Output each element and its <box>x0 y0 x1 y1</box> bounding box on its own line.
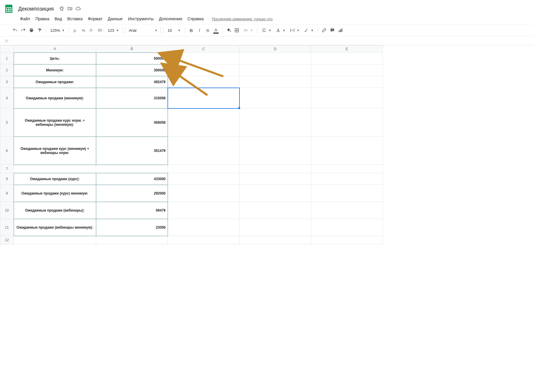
cell-a11[interactable]: Ожидаемые продажи (вебинары минимум): <box>14 219 96 236</box>
cell-e2[interactable] <box>311 64 383 76</box>
merge-button[interactable]: ▼ <box>241 26 255 34</box>
cell-c2[interactable] <box>168 64 239 76</box>
menu-format[interactable]: Формат <box>86 15 105 22</box>
last-edit[interactable]: Последнее изменение: только что <box>212 17 273 21</box>
font-select[interactable]: Arial▼ <box>125 26 161 34</box>
chart-button[interactable] <box>337 26 344 34</box>
cell-c6[interactable] <box>168 137 239 165</box>
cell-b4[interactable]: 315058 <box>96 88 168 108</box>
cell-b7[interactable] <box>96 165 168 173</box>
cell-b8[interactable]: 433000 <box>96 173 168 185</box>
font-size-select[interactable]: 10▼ <box>166 26 182 34</box>
bold-button[interactable]: B <box>187 26 195 34</box>
cell-e8[interactable] <box>311 173 383 185</box>
cell-e4[interactable] <box>311 88 383 108</box>
cell-a9[interactable]: Ожидаемые продажи (курс) минимум: <box>14 185 96 202</box>
cell-a12[interactable] <box>14 236 96 244</box>
cell-e3[interactable] <box>311 76 383 88</box>
cell-d9[interactable] <box>239 185 311 202</box>
select-all-corner[interactable] <box>0 46 14 53</box>
borders-button[interactable] <box>233 26 241 34</box>
cell-a4[interactable]: Ожидаемые продажи (минимум): <box>14 88 96 108</box>
cell-a7[interactable] <box>14 165 96 173</box>
cell-c5[interactable] <box>168 108 239 137</box>
cell-b10[interactable]: 59479 <box>96 202 168 219</box>
italic-button[interactable]: I <box>196 26 203 34</box>
rotate-button[interactable]: ▼ <box>302 26 315 34</box>
cell-c10[interactable] <box>168 202 239 219</box>
decrease-decimal-button[interactable]: .0← <box>88 26 95 34</box>
paint-format-button[interactable] <box>36 26 43 34</box>
menu-edit[interactable]: Правка <box>33 15 51 22</box>
menu-insert[interactable]: Вставка <box>65 15 85 22</box>
cell-d8[interactable] <box>239 173 311 185</box>
halign-button[interactable]: ▼ <box>260 26 273 34</box>
cell-b5[interactable]: 456058 <box>96 108 168 137</box>
cell-a13[interactable] <box>14 244 96 245</box>
menu-file[interactable]: Файл <box>18 15 32 22</box>
row-header[interactable]: 6 <box>0 137 14 165</box>
cell-e13[interactable] <box>311 244 383 245</box>
cell-a10[interactable]: Ожидаемые продажи (вебинары): <box>14 202 96 219</box>
cell-b9[interactable]: 292000 <box>96 185 168 202</box>
cell-b6[interactable]: 351479 <box>96 137 168 165</box>
menu-help[interactable]: Справка <box>185 15 206 22</box>
cell-c4[interactable] <box>168 88 239 108</box>
move-icon[interactable] <box>67 6 73 12</box>
cell-b1[interactable]: 500000 <box>96 53 168 64</box>
cell-d2[interactable] <box>239 64 311 76</box>
cell-c3[interactable] <box>168 76 239 88</box>
star-icon[interactable] <box>59 6 64 12</box>
cell-e1[interactable] <box>311 53 383 64</box>
row-header[interactable]: 10 <box>0 202 14 219</box>
cell-b11[interactable]: 23058 <box>96 219 168 236</box>
menu-data[interactable]: Данные <box>105 15 125 22</box>
row-header[interactable]: 2 <box>0 64 14 76</box>
menu-tools[interactable]: Инструменты <box>125 15 156 22</box>
cell-c9[interactable] <box>168 185 239 202</box>
wrap-button[interactable]: ▼ <box>288 26 301 34</box>
doc-title[interactable]: Декомпозиция <box>16 5 56 13</box>
strikethrough-button[interactable]: S <box>204 26 212 34</box>
col-header-d[interactable]: D <box>239 46 311 53</box>
cell-d4[interactable] <box>239 88 311 108</box>
cell-d7[interactable] <box>239 165 311 173</box>
undo-button[interactable] <box>11 26 19 34</box>
col-header-c[interactable]: C <box>168 46 239 53</box>
redo-button[interactable] <box>19 26 27 34</box>
cell-d6[interactable] <box>239 137 311 165</box>
cell-b13[interactable] <box>96 244 168 245</box>
row-header[interactable]: 1 <box>0 53 14 64</box>
cell-e7[interactable] <box>311 165 383 173</box>
row-header[interactable]: 12 <box>0 236 14 244</box>
row-header[interactable]: 7 <box>0 165 14 173</box>
currency-button[interactable]: р. <box>71 26 79 34</box>
row-header[interactable]: 13 <box>0 244 14 245</box>
cell-c1[interactable] <box>168 53 239 64</box>
cell-a3[interactable]: Ожидаемые продажи: <box>14 76 96 88</box>
cell-e5[interactable] <box>311 108 383 137</box>
cell-c7[interactable] <box>168 165 239 173</box>
col-header-b[interactable]: B <box>96 46 168 53</box>
cell-a6[interactable]: Ожидаемые продажи курс (минимум) + вебин… <box>14 137 96 165</box>
text-color-button[interactable]: A <box>212 26 220 34</box>
cloud-icon[interactable] <box>76 6 81 12</box>
cell-b2[interactable]: 300000 <box>96 64 168 76</box>
cell-b12[interactable] <box>96 236 168 244</box>
cell-d12[interactable] <box>239 236 311 244</box>
menu-view[interactable]: Вид <box>52 15 64 22</box>
cell-d11[interactable] <box>239 219 311 236</box>
cell-c8[interactable] <box>168 173 239 185</box>
cell-c11[interactable] <box>168 219 239 236</box>
spreadsheet[interactable]: A B C D E 1Цель:5000002Минимум:3000003Ож… <box>0 45 533 245</box>
fill-color-button[interactable] <box>225 26 232 34</box>
row-header[interactable]: 3 <box>0 76 14 88</box>
cell-b3[interactable]: 492479 <box>96 76 168 88</box>
row-header[interactable]: 9 <box>0 185 14 202</box>
link-button[interactable] <box>320 26 328 34</box>
cell-d5[interactable] <box>239 108 311 137</box>
cell-a5[interactable]: Ожидаемые продажи курс норм. + вебинары … <box>14 108 96 137</box>
col-header-a[interactable]: A <box>14 46 96 53</box>
cell-d1[interactable] <box>239 53 311 64</box>
row-header[interactable]: 8 <box>0 173 14 185</box>
